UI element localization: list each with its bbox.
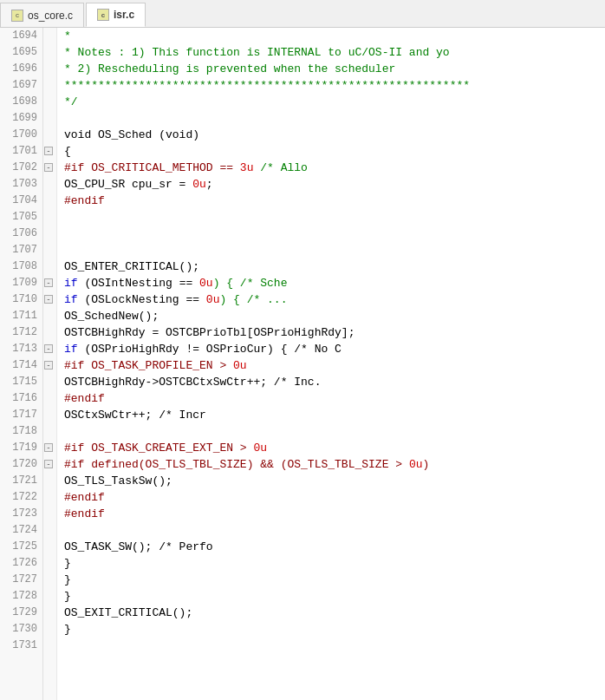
code-text: [57, 209, 64, 226]
code-line[interactable]: OSTCBHighRdy->OSTCBCtxSwCtr++; /* Inc.: [57, 374, 605, 390]
fold-marker: [43, 308, 56, 324]
fold-marker[interactable]: -: [43, 341, 56, 357]
fold-button[interactable]: -: [44, 460, 53, 468]
tab-isr[interactable]: c isr.c: [86, 3, 146, 27]
code-line[interactable]: OS_EXIT_CRITICAL();: [57, 605, 605, 621]
code-text: [57, 242, 64, 258]
code-line[interactable]: #endif: [57, 193, 605, 209]
fold-button[interactable]: -: [44, 344, 53, 353]
fold-marker[interactable]: -: [43, 357, 56, 374]
line-number: 1699: [0, 110, 42, 127]
code-line[interactable]: #if OS_TASK_PROFILE_EN > 0u: [57, 357, 605, 374]
code-line[interactable]: OS_CPU_SR cpu_sr = 0u;: [57, 176, 605, 193]
code-line[interactable]: #endif: [57, 489, 605, 506]
code-line[interactable]: if (OSLockNesting == 0u) { /* ...: [57, 291, 605, 308]
code-segment: (OSLockNesting ==: [78, 293, 206, 306]
fold-marker: [43, 423, 56, 440]
fold-marker: [43, 588, 56, 605]
code-line[interactable]: */: [57, 94, 605, 110]
code-segment: * 2) Rescheduling is prevented when the …: [64, 62, 395, 75]
code-line[interactable]: ****************************************…: [57, 77, 605, 94]
code-text: #if OS_CRITICAL_METHOD == 3u /* Allo: [57, 160, 308, 176]
code-text: [57, 423, 64, 440]
code-segment: #if defined(OS_TLS_TBL_SIZE) && (OS_TLS_…: [64, 458, 409, 471]
line-number: 1722: [0, 489, 42, 506]
code-text: OS_ENTER_CRITICAL();: [57, 258, 199, 275]
code-line[interactable]: [57, 242, 605, 258]
code-text: OS_TLS_TaskSw();: [57, 473, 172, 489]
fold-marker: [43, 176, 56, 193]
code-line[interactable]: OS_SchedNew();: [57, 308, 605, 324]
line-number: 1698: [0, 94, 42, 110]
code-text: #endif: [57, 390, 105, 407]
code-line[interactable]: #endif: [57, 390, 605, 407]
code-text: [57, 522, 64, 539]
code-line[interactable]: }: [57, 588, 605, 605]
fold-marker[interactable]: -: [43, 456, 56, 473]
code-line[interactable]: }: [57, 621, 605, 638]
code-text: OSTCBHighRdy->OSTCBCtxSwCtr++; /* Inc.: [57, 374, 321, 390]
code-line[interactable]: OSTCBHighRdy = OSTCBPrioTbl[OSPrioHighRd…: [57, 324, 605, 341]
fold-button[interactable]: -: [44, 147, 53, 155]
fold-button[interactable]: -: [44, 295, 53, 304]
code-line[interactable]: }: [57, 572, 605, 588]
fold-button[interactable]: -: [44, 361, 53, 370]
fold-marker[interactable]: -: [43, 275, 56, 291]
code-segment: */: [64, 95, 78, 108]
line-number: 1705: [0, 209, 42, 226]
code-line[interactable]: [57, 638, 605, 654]
tab-os-core[interactable]: c os_core.c: [0, 3, 84, 27]
code-line[interactable]: [57, 226, 605, 242]
code-line[interactable]: #endif: [57, 506, 605, 522]
editor-container: c os_core.c c isr.c 16941695169616971698…: [0, 0, 605, 700]
fold-marker[interactable]: -: [43, 160, 56, 176]
line-number: 1702: [0, 160, 42, 176]
code-line[interactable]: [57, 209, 605, 226]
fold-button[interactable]: -: [44, 443, 53, 452]
code-line[interactable]: #if defined(OS_TLS_TBL_SIZE) && (OS_TLS_…: [57, 456, 605, 473]
code-line[interactable]: void OS_Sched (void): [57, 127, 605, 143]
fold-marker[interactable]: -: [43, 440, 56, 456]
fold-button[interactable]: -: [44, 163, 53, 172]
code-text: OSTCBHighRdy = OSTCBPrioTbl[OSPrioHighRd…: [57, 324, 355, 341]
code-segment: (OSIntNesting ==: [78, 277, 199, 290]
code-line[interactable]: [57, 110, 605, 127]
line-number: 1731: [0, 638, 42, 654]
code-line[interactable]: * Notes : 1) This function is INTERNAL t…: [57, 44, 605, 61]
code-line[interactable]: #if OS_TASK_CREATE_EXT_EN > 0u: [57, 440, 605, 456]
code-line[interactable]: OS_TASK_SW(); /* Perfo: [57, 539, 605, 555]
code-line[interactable]: }: [57, 555, 605, 572]
line-number: 1720: [0, 456, 42, 473]
code-segment: OS_TASK_SW(); /* Perfo: [64, 540, 213, 553]
code-content[interactable]: * * Notes : 1) This function is INTERNAL…: [57, 28, 605, 700]
code-line[interactable]: [57, 423, 605, 440]
code-line[interactable]: OSCtxSwCtr++; /* Incr: [57, 407, 605, 423]
code-line[interactable]: OS_ENTER_CRITICAL();: [57, 258, 605, 275]
fold-marker[interactable]: -: [43, 143, 56, 160]
code-line[interactable]: {: [57, 143, 605, 160]
os-core-file-icon: c: [11, 10, 23, 22]
fold-marker: [43, 638, 56, 654]
fold-button[interactable]: -: [44, 278, 53, 287]
code-segment: /* Allo: [253, 161, 307, 174]
code-segment: * Notes : 1) This function is INTERNAL t…: [64, 46, 450, 59]
code-line[interactable]: if (OSIntNesting == 0u) { /* Sche: [57, 275, 605, 291]
code-text: #if OS_TASK_CREATE_EXT_EN > 0u: [57, 440, 267, 456]
code-segment: OS_EXIT_CRITICAL();: [64, 606, 192, 619]
code-line[interactable]: * 2) Rescheduling is prevented when the …: [57, 61, 605, 77]
code-line[interactable]: OS_TLS_TaskSw();: [57, 473, 605, 489]
code-text: if (OSLockNesting == 0u) { /* ...: [57, 291, 287, 308]
code-line[interactable]: *: [57, 28, 605, 44]
code-text: [57, 110, 64, 127]
code-line[interactable]: [57, 522, 605, 539]
code-text: }: [57, 621, 71, 638]
code-line[interactable]: if (OSPrioHighRdy != OSPrioCur) { /* No …: [57, 341, 605, 357]
code-line[interactable]: #if OS_CRITICAL_METHOD == 3u /* Allo: [57, 160, 605, 176]
fold-marker: [43, 390, 56, 407]
fold-marker[interactable]: -: [43, 291, 56, 308]
code-segment: }: [64, 590, 71, 603]
code-segment: if: [64, 293, 78, 306]
code-segment: }: [64, 573, 71, 586]
code-text: #if OS_TASK_PROFILE_EN > 0u: [57, 357, 247, 374]
fold-marker: [43, 44, 56, 61]
